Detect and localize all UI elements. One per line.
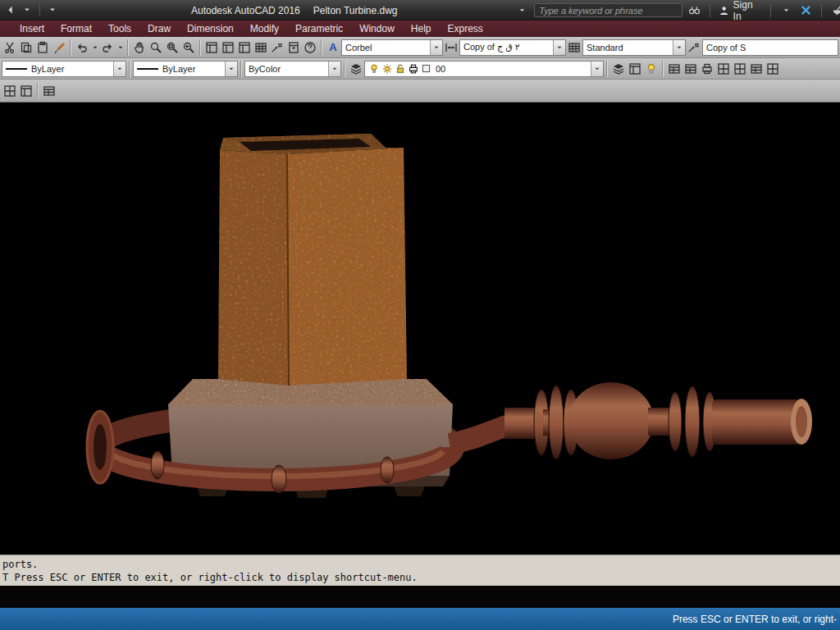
table-style-combo[interactable]: Standard	[582, 39, 686, 56]
lineweight-caret-icon[interactable]	[225, 62, 237, 76]
new-layout-button[interactable]	[666, 61, 682, 77]
zoom-realtime-button[interactable]	[148, 39, 164, 56]
command-line-prompt: T Press ESC or ENTER to exit, or right-c…	[2, 571, 840, 584]
text-style-caret-icon[interactable]	[430, 40, 442, 55]
views-toolbar	[0, 80, 840, 103]
menu-modify[interactable]: Modify	[242, 21, 287, 37]
camera-button[interactable]	[41, 83, 57, 99]
plot-style-combo[interactable]: ByColor	[244, 61, 341, 77]
plot-style-value: ByColor	[249, 64, 328, 74]
menu-help[interactable]: Help	[403, 21, 440, 37]
search-history-caret-icon[interactable]	[515, 3, 529, 18]
toolbar-separator	[37, 83, 39, 99]
page-setup-button[interactable]	[699, 61, 715, 77]
sign-in-label: Sign In	[733, 0, 763, 22]
text-style-value: Corbel	[345, 43, 430, 52]
toolbar-separator	[127, 39, 129, 56]
viewport-clip-button[interactable]	[765, 61, 781, 77]
tool-palettes-button[interactable]	[236, 39, 253, 56]
titlebar-separator	[39, 3, 40, 16]
quick-access-toolbar	[0, 2, 60, 17]
designcenter-button[interactable]	[220, 39, 236, 56]
search-icon[interactable]	[687, 3, 701, 18]
layer-caret-icon[interactable]	[591, 62, 603, 76]
plot-style-caret-icon[interactable]	[328, 62, 340, 76]
markup-set-manager-button[interactable]	[269, 39, 285, 56]
sign-in-button[interactable]: Sign In	[719, 0, 762, 22]
lineweight-combo[interactable]: ByLayer	[133, 61, 238, 77]
text-style-icon: A	[325, 39, 341, 56]
menu-draw[interactable]: Draw	[139, 21, 179, 37]
multileader-style-icon	[686, 39, 702, 56]
lineweight-value: ByLayer	[162, 64, 225, 74]
paste-button[interactable]	[34, 39, 51, 56]
toolbar-separator	[662, 61, 664, 77]
named-views-button[interactable]	[2, 83, 18, 99]
search-input[interactable]	[534, 3, 682, 17]
layer-plot-icon[interactable]	[408, 63, 419, 75]
exchange-x-icon[interactable]	[799, 3, 813, 18]
zoom-previous-button[interactable]	[180, 39, 197, 56]
layer-lock-icon[interactable]	[395, 63, 406, 75]
communication-center-icon[interactable]	[830, 3, 840, 18]
sheet-set-manager-button[interactable]	[253, 39, 269, 56]
menu-express[interactable]: Express	[440, 21, 491, 37]
cut-button[interactable]	[2, 39, 18, 56]
layer-on-bulb-icon[interactable]	[368, 63, 380, 75]
drawing-viewport[interactable]	[0, 103, 840, 555]
viewport-polygonal-button[interactable]	[732, 61, 748, 77]
menu-format[interactable]: Format	[52, 21, 100, 37]
properties-palette-button[interactable]	[203, 39, 220, 56]
linetype-combo[interactable]: ByLayer	[2, 61, 126, 77]
status-bar: Press ESC or ENTER to exit, or right-	[0, 608, 840, 630]
linetype-caret-icon[interactable]	[113, 62, 126, 76]
layer-thaw-sun-icon[interactable]	[381, 63, 393, 75]
text-style-combo[interactable]: Corbel	[341, 39, 443, 56]
viewport-join-button[interactable]	[748, 61, 765, 77]
qat-caret-button-1[interactable]	[20, 2, 34, 17]
menu-window[interactable]: Window	[351, 21, 403, 37]
table-style-caret-icon[interactable]	[673, 40, 685, 55]
3d-views-button[interactable]	[18, 83, 34, 99]
back-arrow-button[interactable]	[3, 2, 18, 17]
layout-from-template-button[interactable]	[682, 61, 699, 77]
menu-tools[interactable]: Tools	[100, 21, 139, 37]
undo-button[interactable]	[74, 39, 90, 56]
dimension-style-value: Copy of ٢ ق ج	[463, 42, 553, 52]
redo-button[interactable]	[99, 39, 116, 56]
person-icon	[719, 5, 729, 16]
menu-insert[interactable]: Insert	[11, 21, 52, 37]
app-title: Autodesk AutoCAD 2016	[191, 5, 300, 16]
layer-states-button[interactable]	[627, 61, 643, 77]
signin-caret-icon[interactable]	[779, 3, 793, 18]
titlebar-separator	[770, 4, 771, 17]
command-line[interactable]: ports. T Press ESC or ENTER to exit, or …	[0, 555, 840, 586]
title-bar: Autodesk AutoCAD 2016 Pelton Turbine.dwg…	[0, 0, 840, 21]
toolbar-separator	[240, 61, 242, 77]
copy-button[interactable]	[18, 39, 34, 56]
quickcalc-button[interactable]	[285, 39, 302, 56]
layer-properties-manager-button[interactable]	[348, 61, 364, 77]
layer-combo[interactable]: 00	[364, 61, 604, 77]
undo-caret-icon[interactable]	[90, 39, 99, 56]
dimension-style-combo[interactable]: Copy of ٢ ق ج	[459, 39, 566, 56]
lower-strip	[0, 586, 840, 608]
help-button[interactable]	[302, 39, 318, 56]
linetype-value: ByLayer	[31, 64, 113, 74]
properties-layers-toolbar: ByLayer ByLayer ByColor 00	[0, 58, 840, 80]
match-properties-button[interactable]	[51, 39, 67, 56]
multileader-style-combo[interactable]: Copy of S	[702, 39, 838, 56]
layer-previous-button[interactable]	[610, 61, 627, 77]
viewport-single-button[interactable]	[715, 61, 732, 77]
infocenter: Sign In	[515, 0, 840, 21]
window-title: Autodesk AutoCAD 2016 Pelton Turbine.dwg	[191, 0, 398, 21]
zoom-window-button[interactable]	[164, 39, 180, 56]
redo-caret-icon[interactable]	[116, 39, 125, 56]
layer-isolate-button[interactable]	[643, 61, 660, 77]
menu-dimension[interactable]: Dimension	[179, 21, 242, 37]
pan-button[interactable]	[131, 39, 148, 56]
dimension-style-caret-icon[interactable]	[553, 40, 565, 55]
menu-parametric[interactable]: Parametric	[287, 21, 351, 37]
table-style-value: Standard	[587, 43, 673, 52]
qat-caret-button-2[interactable]	[45, 2, 60, 17]
